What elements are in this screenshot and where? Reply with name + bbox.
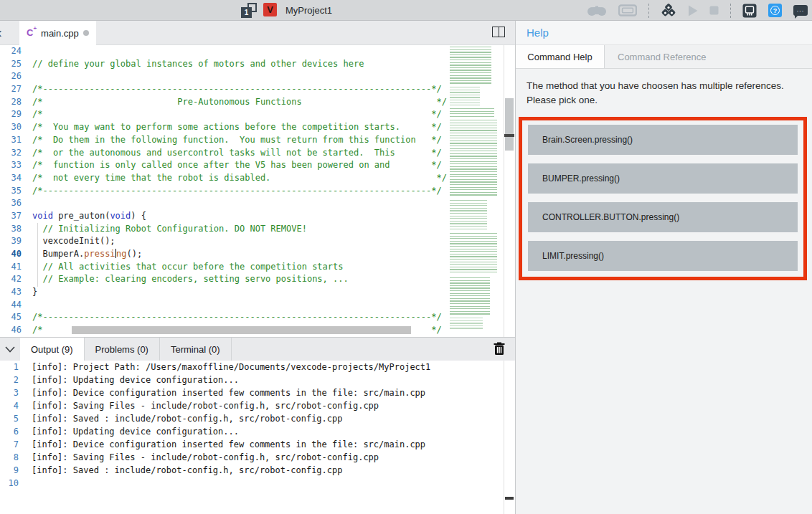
code-line: 29/* */	[0, 108, 515, 121]
output-line-number: 9	[0, 464, 19, 477]
help-message: The method that you have choosen has mul…	[516, 69, 812, 115]
help-option[interactable]: BUMPER.pressing()	[528, 163, 798, 194]
console-tab-output[interactable]: Output (9)	[20, 338, 85, 361]
line-number: 39	[0, 235, 22, 248]
toolbar-separator	[730, 4, 731, 18]
trash-icon[interactable]	[494, 342, 505, 358]
help-panel: Help Command HelpCommand Reference The m…	[515, 21, 812, 514]
scrollbar-mark	[505, 497, 514, 500]
line-number: 46	[0, 324, 22, 337]
split-editor-icon[interactable]	[492, 27, 505, 37]
toolbar-actions: ? ...	[587, 0, 808, 21]
console-tab-bar: Output (9)Problems (0)Terminal (0)	[0, 338, 515, 361]
cpp-file-icon: C+	[27, 27, 37, 38]
output-line-text: [info]: Updating device configuration...	[32, 425, 239, 438]
code-line: 28/* Pre-Autonomous Functions */	[0, 96, 515, 109]
console-tab-problems[interactable]: Problems (0)	[85, 338, 160, 361]
minimap[interactable]	[448, 45, 502, 332]
output-scrollbar[interactable]	[504, 361, 514, 514]
output-line-text: [info]: Device configuration inserted fe…	[32, 438, 425, 451]
help-tab-command-help[interactable]: Command Help	[516, 45, 605, 68]
toolbar-separator	[648, 4, 649, 18]
code-line: 42 // Example: clearing encoders, settin…	[0, 273, 515, 286]
top-toolbar: 1 V MyProject1	[0, 0, 812, 21]
project-title: MyProject1	[285, 5, 332, 16]
code-line: 34/* not every time that the robot is di…	[0, 172, 515, 185]
help-option[interactable]: Brain.Screen.pressing()	[528, 125, 798, 155]
code-line: 33/* function is only called once after …	[0, 159, 515, 172]
console-panel: Output (9)Problems (0)Terminal (0) 1[inf…	[0, 337, 515, 514]
line-number: 27	[0, 83, 22, 96]
editor-vertical-scrollbar[interactable]	[504, 45, 514, 337]
vex-logo-icon[interactable]: V	[263, 3, 277, 16]
stop-icon[interactable]	[709, 6, 719, 15]
help-option[interactable]: CONTROLLER.BUTTON.pressing()	[528, 202, 798, 232]
tab-label: main.cpp	[41, 28, 79, 39]
output-line: 5[info]: Saved : include/robot-config.h,…	[0, 412, 504, 425]
line-number: 24	[0, 45, 22, 58]
line-number: 35	[0, 185, 22, 198]
console-tab-terminal[interactable]: Terminal (0)	[160, 338, 232, 361]
code-line: 41 // All activities that occur before t…	[0, 261, 515, 274]
download-icon[interactable]	[661, 4, 676, 17]
output-log: 1[info]: Project Path: /Users/maxoffline…	[0, 361, 504, 514]
feedback-icon[interactable]: ...	[793, 5, 808, 16]
line-number: 42	[0, 273, 22, 286]
controller-icon[interactable]	[587, 4, 607, 17]
line-number: 29	[0, 108, 22, 121]
chevron-down-icon[interactable]	[0, 338, 20, 361]
output-line: 4[info]: Saving Files - include/robot-co…	[0, 399, 504, 412]
help-option[interactable]: LIMIT.pressing()	[528, 241, 798, 271]
play-icon[interactable]	[688, 5, 698, 16]
output-line: 8[info]: Saving Files - include/robot-co…	[0, 451, 504, 464]
output-line: 1[info]: Project Path: /Users/maxoffline…	[0, 361, 504, 373]
chevron-left-icon[interactable]: ‹	[0, 24, 2, 41]
code-line: 25// define your global instances of mot…	[0, 58, 515, 71]
modified-dot-icon	[83, 30, 89, 36]
code-line: 38 // Initializing Robot Configuration. …	[0, 223, 515, 236]
code-editor[interactable]: 2425// define your global instances of m…	[0, 45, 515, 337]
line-number: 43	[0, 286, 22, 299]
code-line: 44	[0, 299, 515, 312]
indent-guide	[37, 223, 38, 287]
line-number: 25	[0, 58, 22, 71]
line-number: 36	[0, 197, 22, 210]
line-number: 44	[0, 299, 22, 312]
output-line: 10	[0, 477, 504, 490]
line-number: 33	[0, 159, 22, 172]
help-tab-command-reference[interactable]: Command Reference	[605, 45, 719, 68]
question-mark-glyph: ?	[770, 6, 780, 15]
line-number: 45	[0, 311, 22, 324]
line-number: 34	[0, 172, 22, 185]
code-line: 45/*------------------------------------…	[0, 311, 515, 324]
code-line: 31/* Do them in the following function. …	[0, 134, 515, 147]
output-line-number: 4	[0, 399, 19, 412]
output-line-number: 1	[0, 361, 19, 373]
editor-region: ‹ C+ main.cpp 2425// define your global …	[0, 21, 515, 514]
code-lines: 2425// define your global instances of m…	[0, 45, 515, 337]
line-number: 41	[0, 261, 22, 274]
scrollbar-thumb[interactable]	[505, 98, 514, 151]
method-options-box: Brain.Screen.pressing()BUMPER.pressing()…	[519, 117, 807, 280]
output-line-number: 8	[0, 451, 19, 464]
code-line: 37void pre_auton(void) {	[0, 210, 515, 223]
line-number: 28	[0, 96, 22, 109]
line-number: 38	[0, 223, 22, 236]
cursor-position-marker	[504, 134, 514, 137]
brain-screen-icon[interactable]	[618, 4, 637, 16]
feedback-dots: ...	[797, 7, 805, 11]
output-line: 9[info]: Saved : include/robot-config.h,…	[0, 464, 504, 477]
tab-main-cpp[interactable]: C+ main.cpp	[19, 21, 96, 45]
slot-selector-icon[interactable]: 1	[241, 3, 257, 18]
code-line: 39 vexcodeInit();	[0, 235, 515, 248]
output-line-number: 7	[0, 438, 19, 451]
help-title: Help	[527, 27, 549, 39]
editor-horizontal-scrollbar[interactable]	[72, 326, 411, 334]
device-info-icon[interactable]	[742, 4, 757, 18]
output-line-number: 5	[0, 412, 19, 425]
code-line: 26	[0, 70, 515, 83]
line-number: 31	[0, 134, 22, 147]
output-line-number: 2	[0, 373, 19, 386]
output-line-number: 6	[0, 425, 19, 438]
help-icon[interactable]: ?	[768, 4, 782, 17]
